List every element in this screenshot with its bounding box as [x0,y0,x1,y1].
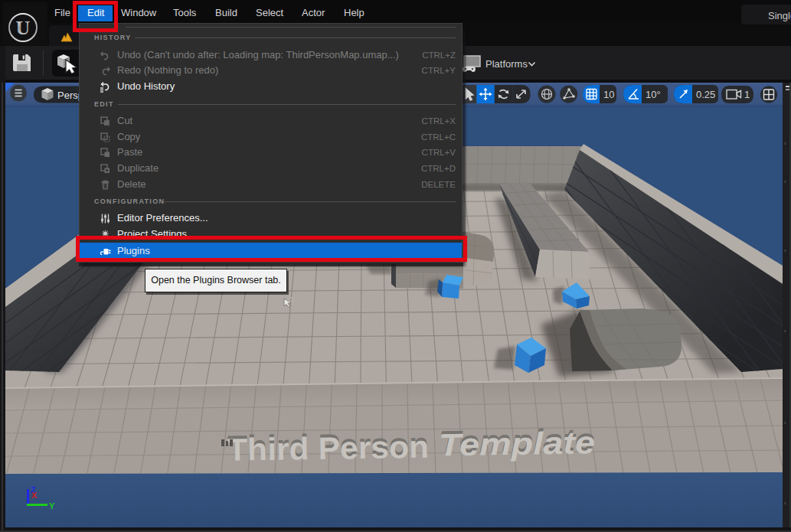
svg-text:1: 1 [744,89,750,100]
svg-text:Third Person: Third Person [227,429,430,468]
svg-text:10°: 10° [646,89,661,100]
svg-text:0.25: 0.25 [696,89,715,100]
svg-text:X: X [31,491,38,500]
svg-text:Y: Y [49,501,55,511]
svg-text:Template: Template [439,425,596,462]
svg-text:10: 10 [603,89,614,100]
